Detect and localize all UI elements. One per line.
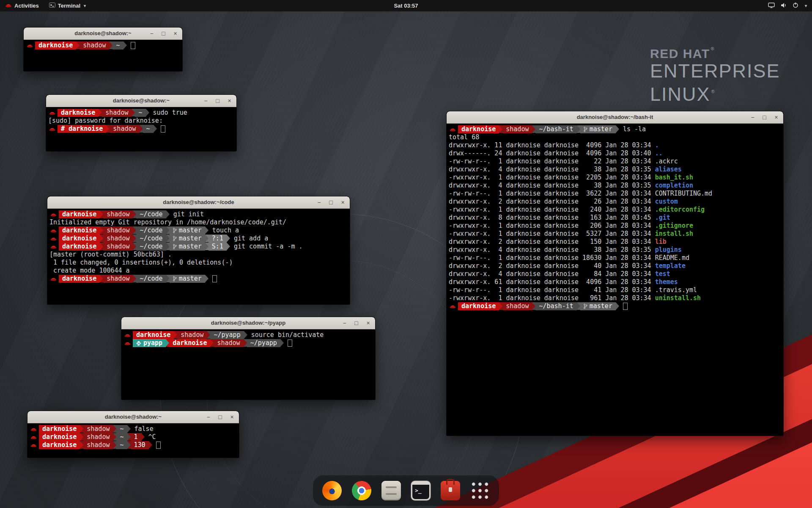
dock-item-software[interactable] (439, 479, 462, 502)
close-button[interactable]: × (172, 28, 178, 39)
window-titlebar[interactable]: darknoise@shadow:~ − □ × (46, 95, 236, 107)
minimize-button[interactable]: − (316, 196, 322, 208)
window-titlebar[interactable]: darknoise@shadow:~/pyapp − □ × (121, 317, 375, 329)
dock-item-chrome[interactable] (350, 479, 373, 502)
branch-icon (584, 304, 587, 309)
terminal-content[interactable]: darknoiseshadow~/pyapp source bin/activa… (121, 329, 375, 347)
close-button[interactable]: × (226, 95, 233, 107)
powerline-arrow (141, 433, 145, 441)
terminal-line: darknoiseshadow~130 (30, 441, 238, 449)
redhat-icon (49, 275, 59, 283)
window-titlebar[interactable]: darknoise@shadow:~/code − □ × (47, 196, 350, 209)
redhat-icon (26, 41, 35, 50)
powerline-arrow (127, 425, 131, 433)
powerline-arrow (166, 275, 170, 282)
close-button[interactable]: × (773, 111, 779, 123)
powerline-arrow (80, 441, 83, 449)
dock-item-app-grid[interactable] (469, 479, 491, 502)
maximize-button[interactable]: □ (328, 196, 334, 208)
terminal-line: -rwxrwxr-x. 1 darknoise darknoise 961 Ja… (449, 294, 782, 302)
terminal-text: drwxrwxr-x. 8 darknoise darknoise 163 Ja… (449, 214, 655, 222)
maximize-button[interactable]: □ (761, 111, 768, 123)
powerline-arrow (532, 302, 535, 310)
terminal-text: -rwxrwxr-x. 1 darknoise darknoise 2205 J… (449, 174, 655, 182)
terminal-text: lib (655, 238, 667, 246)
terminal-window-sudo: darknoise@shadow:~ − □ × darknoiseshadow… (46, 94, 237, 152)
redhat-icon (30, 425, 39, 433)
clock[interactable]: Sat 03:57 (394, 3, 418, 9)
powerline-arrow (149, 441, 152, 449)
window-controls: − □ × (148, 28, 178, 39)
minimize-button[interactable]: − (205, 411, 211, 423)
minimize-button[interactable]: − (749, 111, 756, 123)
terminal-line: darknoiseshadow~/codemaster?:1 git add a (49, 235, 349, 243)
system-menu[interactable]: ▾ (763, 0, 812, 11)
brand-redhat: RED HAT® (650, 41, 780, 61)
terminal-line: drwxrwxr-x. 61 darknoise darknoise 4096 … (449, 278, 782, 286)
terminal-line: darknoiseshadow~/bash-itmaster ls -la (449, 125, 782, 133)
terminal-text: create mode 100644 a (49, 267, 130, 275)
brand-line1: RED HAT (650, 47, 710, 61)
powerline-arrow (113, 441, 116, 449)
terminal-content[interactable]: darknoiseshadow~ sudo true[sudo] passwor… (46, 107, 236, 133)
maximize-button[interactable]: □ (217, 411, 223, 423)
powerline-arrow (616, 302, 619, 310)
terminal-text: -rw-rw-r--. 1 darknoise darknoise 41 Jan… (449, 286, 655, 294)
terminal-content[interactable]: darknoiseshadow~ falsedarknoiseshadow~1 … (27, 423, 239, 449)
prompt-segment-red: darknoise (59, 275, 100, 283)
prompt-segment-red: darknoise (59, 235, 100, 243)
branch-icon (173, 276, 177, 282)
window-titlebar[interactable]: darknoise@shadow:~ − □ × (27, 411, 239, 423)
window-titlebar[interactable]: darknoise@shadow:~/bash-it − □ × (447, 111, 783, 124)
close-button[interactable]: × (229, 411, 235, 423)
terminal-text: -rwxrwxr-x. 1 darknoise darknoise 961 Ja… (449, 294, 655, 302)
powerline-arrow (100, 235, 103, 242)
minimize-button[interactable]: − (148, 28, 155, 39)
terminal-content[interactable]: darknoiseshadow~/bash-itmaster ls -latot… (447, 124, 783, 310)
window-titlebar[interactable]: darknoise@shadow:~ − □ × (24, 28, 182, 40)
maximize-button[interactable]: □ (214, 95, 221, 107)
window-title: darknoise@shadow:~/code (47, 196, 350, 208)
prompt-segment-git: master (170, 226, 205, 235)
terminal-line: drwxrwxr-x. 4 darknoise darknoise 38 Jan… (449, 166, 782, 174)
prompt-segment-red: darknoise (458, 302, 499, 310)
terminal-line: -rwxrwxr-x. 1 darknoise darknoise 5327 J… (449, 230, 782, 238)
terminal-text: custom (655, 198, 678, 206)
window-title: darknoise@shadow:~/pyapp (121, 317, 375, 329)
terminal-text: themes (655, 278, 678, 286)
terminal-content[interactable]: darknoiseshadow~ (24, 40, 182, 50)
chevron-down-icon: ▾ (805, 3, 807, 8)
powerline-arrow (99, 109, 102, 116)
terminal-text: drwxrwxr-x. 61 darknoise darknoise 4096 … (449, 278, 655, 286)
dock-item-firefox[interactable] (321, 479, 343, 502)
terminal-line: 1 file changed, 0 insertions(+), 0 delet… (49, 259, 349, 267)
close-button[interactable]: × (340, 196, 346, 208)
prompt-segment-darkred: shadow (103, 210, 133, 218)
activities-button[interactable]: Activities (0, 0, 44, 11)
maximize-button[interactable]: □ (160, 28, 167, 39)
minimize-button[interactable]: − (203, 95, 209, 107)
dock (313, 475, 499, 506)
close-button[interactable]: × (365, 317, 371, 329)
window-controls: − □ × (203, 95, 233, 107)
powerline-arrow (166, 243, 170, 250)
terminal-text: -rwxrwxr-x. 1 darknoise darknoise 5327 J… (449, 230, 655, 238)
terminal-text: -rwxrwxr-x. 1 darknoise darknoise 206 Ja… (449, 222, 655, 230)
terminal-text: git add a (230, 235, 268, 243)
app-menu[interactable]: Terminal ▾ (44, 0, 91, 11)
dock-item-files[interactable] (380, 479, 403, 502)
prompt-segment-red: darknoise (39, 433, 80, 441)
maximize-button[interactable]: □ (353, 317, 359, 329)
powerline-arrow (499, 125, 502, 133)
prompt-segment-darkred: shadow (177, 331, 207, 339)
registered-mark: ® (711, 46, 715, 51)
brand-line2: ENTERPRISE (650, 61, 780, 81)
terminal-line: darknoiseshadow~/code git init (49, 210, 349, 218)
terminal-line: -rw-rw-r--. 1 darknoise darknoise 3622 J… (449, 190, 782, 198)
terminal-line: -rwxrwxr-x. 1 darknoise darknoise 2205 J… (449, 174, 782, 182)
dock-item-terminal[interactable] (409, 479, 432, 502)
prompt-segment-darkred: shadow (83, 433, 113, 441)
minimize-button[interactable]: − (341, 317, 348, 329)
powerline-arrow (577, 125, 580, 133)
terminal-content[interactable]: darknoiseshadow~/code git initInitialize… (47, 209, 350, 283)
